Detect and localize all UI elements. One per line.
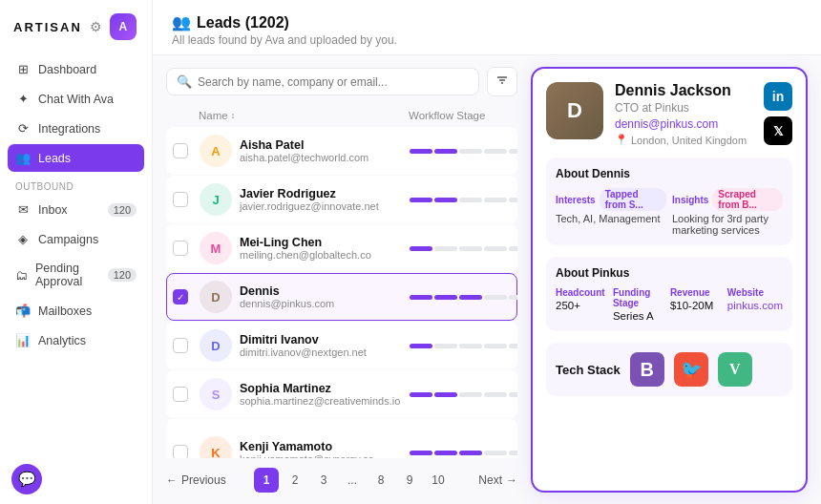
nav-list: ⊞ Dashboard ✦ Chat With Ava ⟳ Integratio… [0,50,152,454]
lead-checkbox[interactable] [173,241,188,256]
search-input-wrap: 🔍 [166,68,479,95]
twitter-button[interactable]: 𝕏 [764,116,792,145]
workflow-segment [434,149,457,154]
page-header: 👥 Leads (1202) All leads found by Ava an… [153,0,821,55]
lead-email: dimitri.ivanov@nextgen.net [240,346,367,358]
workflow-bar [410,451,517,455]
analytics-icon: 📊 [15,333,31,347]
workflow-segment [434,198,457,202]
lead-checkbox[interactable]: ✓ [173,289,188,304]
about-pinkus-section: About Pinkus Headcount 250+ Funding Stag… [546,257,792,331]
chat-icon: ✦ [15,92,31,106]
lead-checkbox[interactable] [173,445,188,458]
table-row[interactable]: J Javier Rodriguez javier.rodriguez@inno… [166,176,517,223]
lead-email: aisha.patel@techworld.com [240,152,368,163]
name-column-header[interactable]: Name ↕ [199,110,409,121]
interests-col: Interests Tapped from S... Tech, AI, Man… [556,188,666,236]
linkedin-button[interactable]: in [764,82,792,111]
workflow-segment [459,149,482,154]
table-row[interactable]: D Dimitri Ivanov dimitri.ivanov@nextgen.… [166,322,517,369]
page-number[interactable]: 1 [254,468,279,493]
funding-col: Funding Stage Series A [613,287,666,322]
lead-info: Kenji Yamamoto kenji.yamamoto@synergy.co [240,440,374,458]
workflow-bar [410,149,517,154]
table-row[interactable]: M Mei-Ling Chen meiling.chen@globaltech.… [166,224,517,272]
chat-bubble-button[interactable]: 💬 [11,464,42,494]
filter-button[interactable] [487,67,517,96]
table-row[interactable]: ✓ D Dennis dennis@pinkus.com [166,273,517,321]
sidebar-item-leads[interactable]: 👥 Leads [8,144,144,172]
social-icons: in 𝕏 [764,82,792,145]
page-number[interactable]: 3 [311,468,336,493]
prev-page-button[interactable]: ← Previous [166,473,226,487]
workflow-segment [509,344,517,348]
lead-identity: S Sophia Martinez sophia.martinez@creati… [200,378,410,410]
sidebar-item-chat-with-ava[interactable]: ✦ Chat With Ava [8,85,144,113]
logo-area: ARTISAN ⚙ A [0,0,152,50]
workflow-segment [459,392,482,397]
profile-email[interactable]: dennis@pinkus.com [615,117,752,131]
table-row[interactable]: K Kenji Yamamoto kenji.yamamoto@synergy.… [166,419,517,458]
dashboard-icon: ⊞ [15,62,31,76]
workflow-segment [484,149,507,154]
lead-checkbox[interactable] [173,338,188,353]
sidebar-item-inbox[interactable]: ✉ Inbox 120 [8,196,144,223]
revenue-col: Revenue $10-20M [670,287,724,322]
lead-name: Aisha Patel [240,138,368,152]
workflow-segment [410,344,432,348]
leads-icon: 👥 [15,151,31,165]
sidebar-item-mailboxes[interactable]: 📬 Mailboxes [8,297,144,325]
search-input[interactable] [198,75,469,89]
sidebar-item-analytics[interactable]: 📊 Analytics [8,326,144,354]
workflow-segment [484,246,507,251]
lead-info: Dennis dennis@pinkus.com [240,284,334,309]
workflow-segment [484,198,507,202]
page-number[interactable]: 10 [426,468,451,493]
lead-name: Dimitri Ivanov [240,333,367,346]
lead-email: sophia.martinez@creativeminds.io [240,395,400,407]
sidebar-item-dashboard[interactable]: ⊞ Dashboard [8,55,144,83]
about-pinkus-title: About Pinkus [556,266,783,280]
page-number[interactable]: 2 [283,468,307,493]
pending-badge: 120 [108,268,137,282]
table-area: 🔍 Name ↕ Workflow Stage Compa... [153,55,531,504]
profile-avatar: D [546,82,603,139]
outbound-section-label: Outbound [8,174,144,194]
workflow-segment [434,451,457,455]
swift-icon: 🐦 [674,352,708,387]
workflow-bar [410,392,517,397]
sidebar-item-pending-approval[interactable]: 🗂 Pending Approval 120 [8,255,144,295]
lead-name: Mei-Ling Chen [240,236,371,249]
table-row[interactable]: S Sophia Martinez sophia.martinez@creati… [166,370,517,418]
interests-tag: Tapped from S... [600,188,666,211]
pinkus-grid: Headcount 250+ Funding Stage Series A Re… [556,287,783,322]
search-icon: 🔍 [177,74,192,89]
next-page-button[interactable]: Next → [478,473,517,487]
lead-checkbox[interactable] [173,143,188,158]
campaigns-icon: ◈ [15,232,31,246]
workflow-segment [410,451,432,455]
page-number[interactable]: 8 [368,468,393,493]
workflow-segment [509,392,517,397]
lead-checkbox[interactable] [173,192,188,207]
lead-identity: A Aisha Patel aisha.patel@techworld.com [200,135,410,167]
page-number[interactable]: 9 [397,468,422,493]
search-bar: 🔍 [166,67,517,96]
table-row[interactable]: A Aisha Patel aisha.patel@techworld.com [166,127,517,175]
sidebar-item-label: Inbox [38,203,68,217]
sidebar: ARTISAN ⚙ A ⊞ Dashboard ✦ Chat With Ava … [0,0,153,504]
sidebar-item-label: Pending Approval [35,262,100,288]
page-number[interactable]: ... [340,468,365,493]
website-value[interactable]: pinkus.com [727,300,783,311]
sidebar-bottom: 💬 [0,454,152,504]
workflow-bar [410,344,517,348]
next-arrow-icon: → [506,473,517,487]
workflow-segment [484,392,507,397]
lead-checkbox[interactable] [173,387,188,402]
sidebar-item-campaigns[interactable]: ◈ Campaigns [8,225,144,253]
settings-icon[interactable]: ⚙ [90,19,102,34]
workflow-segment [459,344,482,348]
lead-identity: K Kenji Yamamoto kenji.yamamoto@synergy.… [200,436,410,458]
lead-info: Dimitri Ivanov dimitri.ivanov@nextgen.ne… [240,333,367,358]
sidebar-item-integrations[interactable]: ⟳ Integrations [8,115,144,142]
